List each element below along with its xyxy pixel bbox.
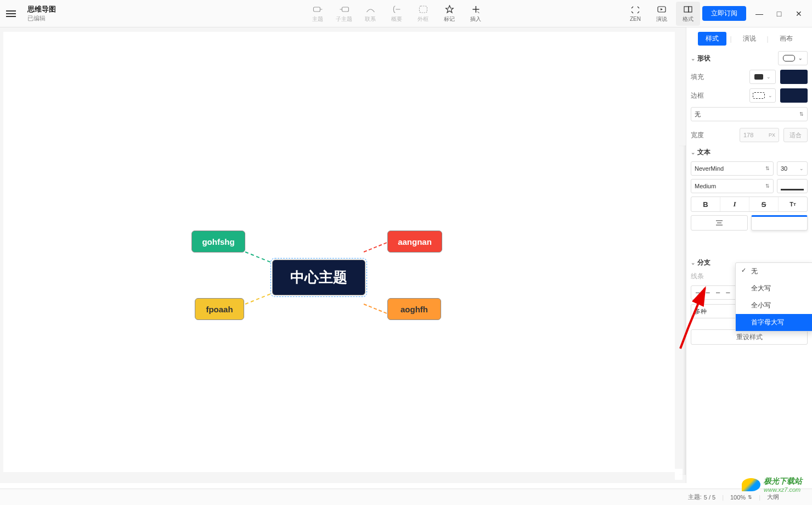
tool-marker[interactable]: 标记 [437, 2, 461, 26]
width-input[interactable]: 178 PX [740, 128, 779, 142]
stepper-icon: ⇅ [765, 183, 770, 189]
tool-label: 外框 [418, 15, 428, 23]
italic-button[interactable]: I [720, 197, 749, 211]
chevron-down-icon: ⌄ [691, 260, 695, 266]
shape-selector[interactable]: ⌄ [778, 51, 808, 65]
section-shape[interactable]: ⌄ 形状 ⌄ [691, 51, 808, 65]
separator: | [730, 35, 731, 43]
node-orange[interactable]: aoghfh [387, 298, 441, 320]
reset-style-button[interactable]: 重设样式 [691, 329, 808, 345]
present-icon [657, 4, 667, 14]
connector [245, 291, 276, 305]
section-text[interactable]: ⌄ 文本 [691, 148, 808, 157]
tool-label: 概要 [391, 15, 402, 23]
status-value: 100% [730, 494, 746, 501]
tool-subtopic[interactable]: 子主题 [332, 2, 356, 26]
menu-item-none[interactable]: 无 [736, 263, 812, 280]
font-family-dropdown[interactable]: NeverMind ⇅ [691, 161, 774, 176]
fill-style-dropdown[interactable]: ⌄ [749, 70, 776, 84]
separator: | [759, 494, 760, 501]
fill-color-swatch[interactable] [780, 70, 808, 84]
tab-present[interactable]: 演说 [735, 32, 764, 46]
border-color-swatch[interactable] [780, 88, 808, 103]
tool-topic[interactable]: 主题 [306, 2, 330, 26]
scrollbar-horizontal[interactable] [3, 472, 675, 480]
statusbar: 主题: 5 / 5 | 100% ⇅ | 大纲 [0, 489, 812, 505]
svg-rect-10 [689, 7, 692, 12]
text-case-menu: 无 全大写 全小写 首字母大写 [735, 262, 812, 332]
tool-label: 联系 [365, 15, 376, 23]
status-value: 5 / 5 [704, 494, 715, 501]
input-unit: PX [769, 132, 775, 138]
tool-summary[interactable]: 概要 [385, 2, 409, 26]
dropdown-value: 30 [781, 165, 787, 172]
tab-style[interactable]: 样式 [698, 32, 726, 46]
menu-button[interactable] [0, 3, 22, 25]
font-size-dropdown[interactable]: 30 ⌄ [777, 161, 808, 176]
stepper-icon: ⇅ [748, 495, 752, 500]
status-outline[interactable]: 大纲 [767, 493, 779, 501]
section-label: 分支 [697, 258, 710, 267]
topic-icon [313, 4, 323, 14]
connector [245, 251, 276, 265]
watermark-url: www.xz7.com [764, 486, 802, 493]
doc-subtitle: 已编辑 [27, 14, 56, 23]
doc-title-box: 思维导图 已编辑 [27, 4, 56, 23]
summary-icon [392, 4, 402, 14]
tool-format[interactable]: 格式 [676, 2, 700, 26]
close-button[interactable]: ✕ [794, 9, 803, 18]
tool-label: 格式 [683, 15, 693, 23]
border-style-dropdown[interactable]: ⌄ [749, 88, 776, 103]
tab-canvas[interactable]: 画布 [772, 32, 800, 46]
tool-zen[interactable]: ZEN [623, 2, 647, 26]
font-weight-dropdown[interactable]: Medium ⇅ [691, 179, 774, 193]
scrollbar-vertical[interactable] [675, 32, 683, 469]
dropdown-value: NeverMind [695, 165, 724, 172]
text-transform-dropdown[interactable] [751, 215, 808, 231]
plus-icon [471, 4, 481, 14]
menu-item-uppercase[interactable]: 全大写 [736, 280, 812, 297]
node-red[interactable]: aangnan [387, 231, 442, 252]
text-case-button[interactable]: TT [779, 197, 807, 211]
boundary-icon [418, 4, 428, 14]
text-align-dropdown[interactable] [691, 215, 748, 231]
color-underline-icon [781, 189, 804, 190]
separator: | [722, 494, 724, 501]
tool-boundary[interactable]: 外框 [411, 2, 435, 26]
maximize-button[interactable]: □ [775, 9, 783, 18]
dropdown-value: 多种 [695, 307, 707, 316]
bold-button[interactable]: B [691, 197, 720, 211]
center-node[interactable]: 中心主题 [272, 260, 365, 295]
menu-item-capitalize[interactable]: 首字母大写 [736, 314, 812, 331]
font-color-dropdown[interactable] [777, 179, 808, 193]
right-panel: 样式 | 演说 | 画布 ⌄ 形状 ⌄ 填充 ⌄ 边框 ⌄ [686, 27, 812, 483]
menu-item-lowercase[interactable]: 全小写 [736, 297, 812, 314]
separator: | [767, 35, 769, 43]
chevron-down-icon: ⌄ [691, 55, 695, 61]
node-green[interactable]: gohfshg [191, 231, 245, 252]
toolbar-center: 主题 子主题 联系 概要 外框 标记 插入 [306, 2, 488, 26]
tool-insert[interactable]: 插入 [464, 2, 488, 26]
section-label: 文本 [697, 148, 710, 157]
watermark-icon [742, 478, 760, 491]
svg-rect-0 [313, 7, 320, 12]
tool-present[interactable]: 演说 [650, 2, 674, 26]
border-label: 边框 [691, 91, 706, 100]
svg-rect-5 [419, 6, 427, 13]
width-label: 宽度 [691, 131, 706, 140]
node-yellow[interactable]: fpoaah [195, 298, 244, 320]
doc-title: 思维导图 [27, 4, 56, 14]
main: 中心主题 gohfshg fpoaah aangnan aoghfh 样式 | … [0, 27, 812, 483]
border-width-dropdown[interactable]: 无 ⇅ [691, 107, 808, 121]
subscribe-button[interactable]: 立即订阅 [702, 6, 746, 21]
canvas[interactable]: 中心主题 gohfshg fpoaah aangnan aoghfh [0, 27, 686, 483]
strikethrough-button[interactable]: S [749, 197, 779, 211]
section-label: 形状 [697, 54, 710, 63]
link-icon [365, 4, 375, 14]
toolbar-right: ZEN 演说 格式 立即订阅 — □ ✕ [623, 2, 812, 26]
minimize-button[interactable]: — [755, 9, 764, 18]
tool-relation[interactable]: 联系 [358, 2, 382, 26]
fit-button[interactable]: 适合 [783, 128, 808, 142]
status-zoom[interactable]: 100% ⇅ [730, 494, 752, 501]
status-label: 主题: [688, 493, 702, 501]
